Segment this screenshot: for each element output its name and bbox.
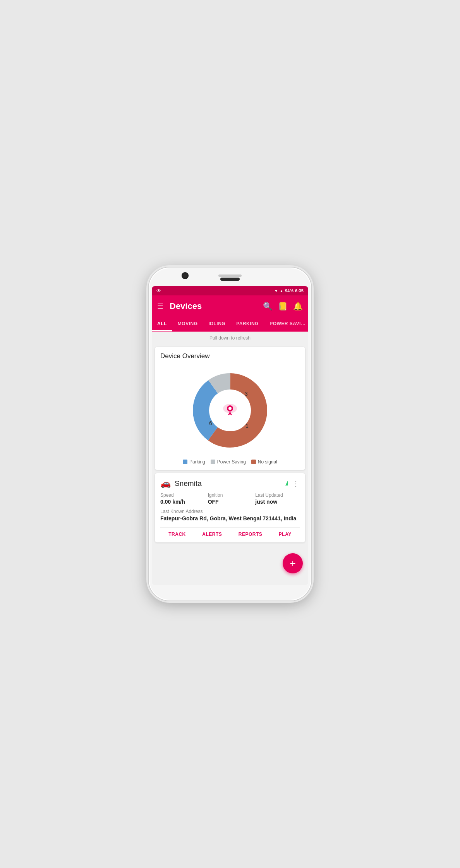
hamburger-menu-icon[interactable]: ☰: [157, 302, 163, 310]
donut-chart: 3 6 1: [187, 368, 273, 453]
notifications-icon[interactable]: 🔔: [293, 302, 303, 311]
app-bar: ☰ Devices 🔍 📒 🔔: [152, 295, 308, 317]
legend-no-signal: No signal: [251, 459, 277, 465]
donut-svg: 3 6 1: [187, 368, 273, 453]
signal-strength-icon: [285, 480, 288, 487]
front-camera: [182, 272, 189, 279]
no-signal-legend-label: No signal: [258, 459, 277, 465]
tab-all[interactable]: ALL: [152, 317, 172, 331]
page-title: Devices: [170, 301, 258, 311]
reports-button[interactable]: REPORTS: [239, 532, 263, 537]
more-options-icon[interactable]: ⋮: [292, 479, 300, 488]
power-saving-dot: [211, 460, 215, 464]
svg-point-2: [228, 407, 232, 410]
power-saving-label: 1: [245, 423, 249, 429]
no-signal-label: 6: [209, 420, 212, 426]
status-bar-right: ▼ ▲ 94% 6:35: [274, 288, 304, 293]
battery-level: 94%: [285, 288, 294, 293]
parking-label: 3: [245, 391, 248, 397]
address-label: Last Known Address: [160, 509, 300, 514]
speed-label: Speed: [160, 492, 205, 498]
pull-to-refresh: Pull down to refresh: [152, 332, 308, 344]
last-updated-value: just now: [255, 499, 300, 505]
status-bar-left: 👁: [156, 288, 161, 293]
no-signal-dot: [251, 460, 256, 464]
phone-screen: 👁 ▼ ▲ 94% 6:35 ☰ Devices 🔍 📒 🔔 ALL MOVIN…: [152, 286, 308, 585]
stat-last-updated: Last Updated just now: [255, 492, 300, 505]
device-card-snemita: 🚗 Snemita ⋮ Speed 0.00 km/h Ignition OFF: [155, 473, 305, 542]
tab-power-saving[interactable]: POWER SAVI…: [264, 317, 308, 331]
last-updated-label: Last Updated: [255, 492, 300, 498]
content-area: Pull down to refresh Device Overview: [152, 332, 308, 585]
tab-moving[interactable]: MOVING: [172, 317, 203, 331]
chart-legend: Parking Power Saving No signal: [183, 459, 277, 465]
clock: 6:35: [295, 288, 304, 293]
alerts-button[interactable]: ALERTS: [202, 532, 222, 537]
device-card-header: 🚗 Snemita ⋮: [160, 479, 300, 489]
tab-parking[interactable]: PARKING: [231, 317, 264, 331]
device-stats: Speed 0.00 km/h Ignition OFF Last Update…: [160, 492, 300, 505]
legend-parking: Parking: [183, 459, 205, 465]
device-name: Snemita: [175, 479, 281, 488]
parking-dot: [183, 460, 187, 464]
track-button[interactable]: TRACK: [168, 532, 186, 537]
search-icon[interactable]: 🔍: [263, 302, 273, 311]
ignition-value: OFF: [208, 499, 252, 505]
earpiece-speaker: [220, 278, 240, 281]
tabs-bar: ALL MOVING IDLING PARKING POWER SAVI…: [152, 317, 308, 332]
stat-speed: Speed 0.00 km/h: [160, 492, 205, 505]
stat-ignition: Ignition OFF: [208, 492, 252, 505]
address-value: Fatepur-Gobra Rd, Gobra, West Bengal 721…: [160, 515, 300, 523]
device-actions: TRACK ALERTS REPORTS PLAY: [160, 527, 300, 537]
power-saving-legend-label: Power Saving: [217, 459, 246, 465]
app-status-icon: 👁: [156, 288, 161, 293]
device-overview-card: Device Overview: [155, 347, 305, 470]
address-section: Last Known Address Fatepur-Gobra Rd, Gob…: [160, 509, 300, 523]
status-bar: 👁 ▼ ▲ 94% 6:35: [152, 286, 308, 295]
legend-power-saving: Power Saving: [211, 459, 246, 465]
add-device-fab[interactable]: +: [283, 553, 303, 573]
app-bar-actions: 🔍 📒 🔔: [263, 302, 303, 311]
play-button[interactable]: PLAY: [279, 532, 292, 537]
signal-icon: ▲: [280, 289, 283, 293]
parking-legend-label: Parking: [189, 459, 205, 465]
chart-container: 3 6 1 Parking Power Saving: [160, 365, 300, 465]
map-icon[interactable]: 📒: [278, 302, 288, 311]
ignition-label: Ignition: [208, 492, 252, 498]
phone-shell: 👁 ▼ ▲ 94% 6:35 ☰ Devices 🔍 📒 🔔 ALL MOVIN…: [149, 268, 311, 600]
wifi-icon: ▼: [274, 289, 278, 293]
tab-idling[interactable]: IDLING: [203, 317, 231, 331]
car-icon: 🚗: [160, 479, 171, 489]
speed-value: 0.00 km/h: [160, 499, 205, 505]
overview-card-title: Device Overview: [160, 352, 300, 360]
